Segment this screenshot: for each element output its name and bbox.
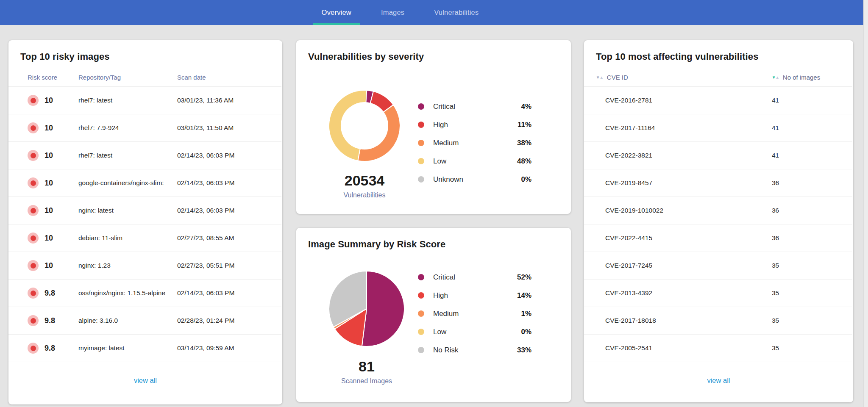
legend-dot-icon xyxy=(418,122,424,128)
risky-table-row[interactable]: 10google-containers/nginx-slim:02/14/23,… xyxy=(8,169,281,197)
legend-item-critical[interactable]: Critical52% xyxy=(418,268,531,286)
scan-date-value: 03/14/23, 09:59 AM xyxy=(177,344,281,352)
col-no-of-images-label: No of images xyxy=(783,74,820,81)
cve-id-value: CVE-2022-4415 xyxy=(605,234,772,242)
vuln-table-row[interactable]: CVE-2013-439235 xyxy=(584,280,852,307)
risk-score-value: 10 xyxy=(45,124,53,133)
sort-desc-icon: ▼ xyxy=(596,75,599,80)
vuln-table-row[interactable]: CVE-2022-441536 xyxy=(584,224,852,252)
col-cve-id-label: CVE ID xyxy=(607,74,628,81)
vuln-table-row[interactable]: CVE-2017-724535 xyxy=(584,252,852,280)
legend-item-high[interactable]: High14% xyxy=(418,286,531,305)
legend-percent: 11% xyxy=(517,121,531,129)
vuln-table-row[interactable]: CVE-2019-101002236 xyxy=(584,197,852,224)
scan-date-value: 03/01/23, 11:36 AM xyxy=(177,97,281,104)
legend-dot-icon xyxy=(418,310,424,317)
legend-item-low[interactable]: Low0% xyxy=(418,323,531,341)
col-repository-tag: Repository/Tag xyxy=(78,74,177,81)
vuln-table-row[interactable]: CVE-2022-382141 xyxy=(584,142,852,169)
vuln-table-row[interactable]: CVE-2017-1801835 xyxy=(584,307,852,335)
no-of-images-value: 35 xyxy=(772,317,840,324)
risky-table-row[interactable]: 10debian: 11-slim02/27/23, 08:55 AM xyxy=(8,224,281,252)
card-image-summary-by-risk-score: Image Summary by Risk Score 81 Scanned I… xyxy=(296,228,571,402)
risky-table-row[interactable]: 10nginx: latest02/14/23, 06:03 PM xyxy=(8,197,281,224)
legend-percent: 38% xyxy=(517,139,531,147)
risk-score-cell: 10 xyxy=(28,260,78,271)
legend-label: High xyxy=(433,121,448,129)
risky-table-row[interactable]: 9.8myimage: latest03/14/23, 09:59 AM xyxy=(8,335,281,362)
card-top-affecting-vulnerabilities: Top 10 most affecting vulnerabilities ▼▲… xyxy=(584,40,853,402)
no-of-images-value: 36 xyxy=(772,207,840,214)
risky-table-row[interactable]: 10rhel7: latest02/14/23, 06:03 PM xyxy=(8,142,281,169)
legend-item-low[interactable]: Low48% xyxy=(418,152,531,170)
tab-images[interactable]: Images xyxy=(372,0,413,25)
legend-dot-icon xyxy=(418,140,424,146)
tab-overview[interactable]: Overview xyxy=(313,0,360,25)
legend-dot-icon xyxy=(418,329,424,335)
no-of-images-value: 41 xyxy=(772,152,840,159)
scrollbar-track[interactable] xyxy=(863,0,868,407)
risk-score-cell: 9.8 xyxy=(28,343,78,354)
sort-icon-no-of-images[interactable]: ▼▲ xyxy=(772,75,779,80)
scanned-images-total-label: Scanned Images xyxy=(328,377,405,385)
risk-dot-icon xyxy=(28,315,39,326)
severity-donut-chart xyxy=(328,89,401,162)
legend-item-critical[interactable]: Critical4% xyxy=(418,97,531,116)
view-all-risky-link[interactable]: view all xyxy=(8,377,282,385)
risky-table-row[interactable]: 9.8alpine: 3.16.002/28/23, 01:24 PM xyxy=(8,307,281,335)
sort-desc-icon-active: ▼ xyxy=(772,75,775,80)
vuln-table-row[interactable]: CVE-2017-1116441 xyxy=(584,114,852,142)
risky-table-row[interactable]: 10rhel7: 7.9-92403/01/23, 11:50 AM xyxy=(8,114,281,142)
col-no-of-images[interactable]: ▼▲ No of images xyxy=(772,74,840,81)
vuln-table-row[interactable]: CVE-2019-845736 xyxy=(584,169,852,197)
chart-segment-medium[interactable] xyxy=(358,105,400,161)
card-title-top-vulnerabilities: Top 10 most affecting vulnerabilities xyxy=(596,51,841,62)
no-of-images-value: 35 xyxy=(772,262,840,269)
sort-icon-cve-id[interactable]: ▼▲ xyxy=(596,75,603,80)
riskscore-legend: Critical52%High14%Medium1%Low0%No Risk33… xyxy=(418,268,531,359)
risk-score-cell: 10 xyxy=(28,177,78,188)
col-scan-date: Scan date xyxy=(177,74,281,81)
col-cve-id[interactable]: ▼▲ CVE ID xyxy=(596,74,772,81)
legend-dot-icon xyxy=(418,158,424,164)
repository-tag-value: debian: 11-slim xyxy=(78,234,177,242)
cve-id-value: CVE-2019-1010022 xyxy=(605,207,772,214)
legend-label: Low xyxy=(433,328,446,336)
scan-date-value: 02/27/23, 08:55 AM xyxy=(177,234,281,242)
repository-tag-value: google-containers/nginx-slim: xyxy=(78,179,177,187)
vuln-table-row[interactable]: CVE-2005-254135 xyxy=(584,335,852,362)
legend-percent: 14% xyxy=(517,291,531,300)
legend-item-medium[interactable]: Medium1% xyxy=(418,305,531,323)
risk-score-value: 10 xyxy=(45,206,53,215)
scan-date-value: 02/14/23, 06:03 PM xyxy=(177,152,281,159)
legend-item-unknown[interactable]: Unknown0% xyxy=(418,170,531,188)
risk-dot-icon xyxy=(28,177,39,188)
top-nav: OverviewImagesVulnerabilities xyxy=(0,0,868,25)
legend-item-medium[interactable]: Medium38% xyxy=(418,134,531,152)
vuln-table-row[interactable]: CVE-2016-278141 xyxy=(584,87,852,114)
chart-segment-critical[interactable] xyxy=(362,271,404,346)
risky-table-row[interactable]: 9.8oss/nginx/nginx: 1.15.5-alpine02/14/2… xyxy=(8,280,281,307)
repository-tag-value: myimage: latest xyxy=(78,344,177,352)
legend-item-high[interactable]: High11% xyxy=(418,116,531,134)
legend-item-no-risk[interactable]: No Risk33% xyxy=(418,341,531,359)
card-vulnerabilities-by-severity: Vulnerabilities by severity 20534 Vulner… xyxy=(296,40,571,214)
scan-date-value: 03/01/23, 11:50 AM xyxy=(177,124,281,132)
cve-id-value: CVE-2005-2541 xyxy=(605,344,772,352)
risk-score-cell: 9.8 xyxy=(28,288,78,299)
risky-table-body: 10rhel7: latest03/01/23, 11:36 AM10rhel7… xyxy=(8,87,282,362)
risky-table-row[interactable]: 10nginx: 1.2302/27/23, 05:51 PM xyxy=(8,252,281,280)
risky-table-row[interactable]: 10rhel7: latest03/01/23, 11:36 AM xyxy=(8,87,281,114)
tab-vulnerabilities[interactable]: Vulnerabilities xyxy=(425,0,487,25)
no-of-images-value: 41 xyxy=(772,124,840,132)
repository-tag-value: oss/nginx/nginx: 1.15.5-alpine xyxy=(78,289,177,297)
vulnerabilities-total-label: Vulnerabilities xyxy=(328,191,401,199)
col-risk-score: Risk score xyxy=(28,74,78,81)
risk-score-value: 10 xyxy=(45,179,53,188)
legend-label: No Risk xyxy=(433,346,459,354)
view-all-vulns-link[interactable]: view all xyxy=(584,377,853,385)
cve-id-value: CVE-2017-7245 xyxy=(605,262,772,269)
risk-score-cell: 10 xyxy=(28,122,78,133)
sort-asc-icon: ▲ xyxy=(599,75,603,80)
risk-score-value: 10 xyxy=(45,96,53,105)
